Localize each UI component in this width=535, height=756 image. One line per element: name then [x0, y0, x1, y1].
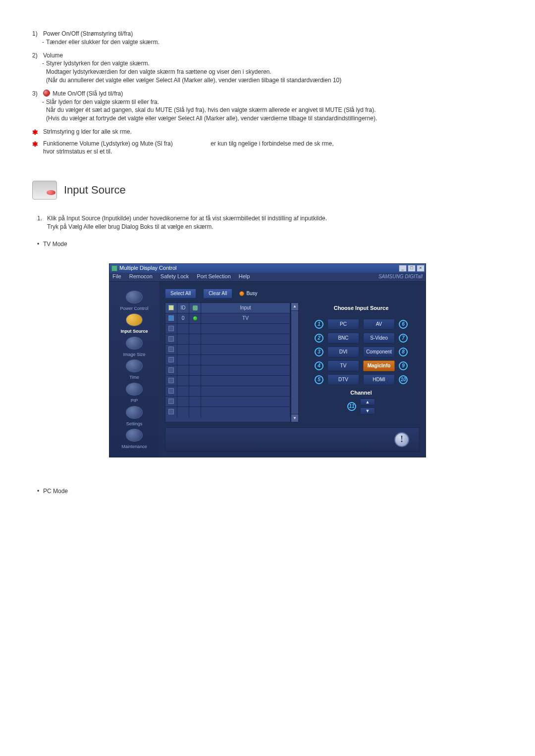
item-3-line2: Når du vælger ét sæt ad gangen, skal du …: [32, 106, 503, 114]
item-1-num: 1): [32, 30, 43, 38]
item-2-line3: (Når du annullerer det valgte eller vælg…: [32, 76, 503, 85]
table-row[interactable]: [165, 406, 290, 417]
minimize-button[interactable]: _: [399, 265, 407, 272]
row-checkbox[interactable]: [168, 336, 174, 342]
col-checkbox: ✓: [165, 303, 177, 313]
source-magicinfo-button[interactable]: MagicInfo: [363, 360, 395, 371]
channel-label: Channel: [305, 389, 418, 397]
step-1-line1: Klik på Input Source (Inputkilde) under …: [47, 214, 327, 223]
row-checkbox[interactable]: [168, 378, 174, 383]
menu-remocon[interactable]: Remocon: [129, 273, 153, 280]
item-3-num: 3): [32, 90, 43, 98]
scroll-down-button[interactable]: ▼: [291, 414, 298, 422]
row-checkbox[interactable]: [168, 388, 174, 394]
checkbox-icon[interactable]: ✓: [168, 305, 174, 310]
pc-mode-bullet: • PC Mode: [37, 487, 503, 496]
source-component-button[interactable]: Component: [363, 347, 395, 357]
item-1: 1) Power On/Off (Strømstyring til/fra) -…: [32, 30, 503, 47]
sidebar-item-settings[interactable]: Settings: [112, 406, 156, 427]
source-dvi-button[interactable]: DVI: [327, 347, 359, 357]
row-checkbox[interactable]: [168, 326, 174, 331]
menu-port-selection[interactable]: Port Selection: [197, 273, 230, 280]
busy-dot-icon: [239, 291, 244, 296]
pc-mode-text: PC Mode: [43, 487, 68, 496]
table-row[interactable]: [165, 375, 290, 386]
status-dot-icon: [193, 316, 198, 321]
sidebar-item-input-source[interactable]: Input Source: [112, 313, 156, 335]
image-size-icon: [126, 337, 143, 350]
app-icon: [111, 265, 117, 271]
table-row[interactable]: [165, 323, 290, 334]
close-button[interactable]: ×: [417, 265, 425, 272]
callout-8: 8: [399, 348, 408, 356]
sidebar-label: Image Size: [112, 352, 156, 358]
sidebar-item-pip[interactable]: PIP: [112, 383, 156, 404]
app-window: Multiple Display Control _ □ × File Remo…: [109, 263, 426, 457]
info-icon[interactable]: !: [394, 432, 409, 447]
source-tv-button[interactable]: TV: [327, 360, 359, 371]
source-av-button[interactable]: AV: [363, 319, 395, 330]
row-checkbox[interactable]: [168, 399, 174, 404]
item-1-line1: Tænder eller slukker for den valgte skær…: [46, 39, 160, 46]
row-checkbox[interactable]: [168, 347, 174, 352]
sidebar-item-time[interactable]: Time: [112, 359, 156, 381]
channel-up-button[interactable]: ▲: [360, 399, 375, 405]
scroll-up-button[interactable]: ▲: [291, 303, 298, 311]
mute-icon: [43, 90, 50, 97]
table-row[interactable]: [165, 386, 290, 396]
toolbar: Select All Clear All Busy: [165, 289, 420, 299]
row-checkbox[interactable]: [168, 315, 174, 321]
menu-help[interactable]: Help: [239, 273, 250, 280]
callout-10: 10: [399, 375, 408, 384]
busy-label: Busy: [246, 290, 257, 297]
sidebar-label: Maintenance: [112, 444, 156, 450]
item-2-title: Volume: [43, 51, 503, 60]
row-checkbox[interactable]: [168, 367, 174, 373]
menu-file[interactable]: File: [112, 273, 121, 280]
source-svideo-button[interactable]: S-Video: [363, 333, 395, 344]
col-status: [189, 303, 201, 313]
table-row[interactable]: [165, 334, 290, 344]
row-checkbox[interactable]: [168, 357, 174, 362]
callout-6: 6: [399, 320, 408, 329]
step-1-line2: Tryk på Vælg Alle eller brug Dialog Boks…: [47, 223, 327, 231]
table-row[interactable]: [165, 365, 290, 375]
channel-down-button[interactable]: ▼: [360, 407, 375, 414]
tv-mode-bullet: • TV Mode: [37, 240, 503, 249]
item-3: 3) Mute On/Off (Slå lyd til/fra) -Slår l…: [32, 90, 503, 123]
select-all-button[interactable]: Select All: [165, 289, 196, 299]
input-source-icon: [126, 313, 143, 326]
note2-part-a: Funktionerne Volume (Lydstyrke) og Mute …: [43, 140, 173, 147]
step-1: 1. Klik på Input Source (Inputkilde) und…: [37, 214, 503, 231]
star-icon: ✱: [32, 128, 43, 138]
row-checkbox[interactable]: [168, 409, 174, 414]
sidebar-item-image-size[interactable]: Image Size: [112, 337, 156, 358]
busy-indicator: Busy: [239, 290, 257, 297]
settings-icon: [126, 406, 143, 419]
row-input: TV: [201, 313, 290, 323]
titlebar[interactable]: Multiple Display Control _ □ ×: [109, 264, 426, 273]
item-2: 2) Volume -Styrer lydstyrken for den val…: [32, 51, 503, 85]
callout-3: 3: [315, 348, 323, 356]
status-bar: !: [165, 427, 420, 452]
menu-safety-lock[interactable]: Safety Lock: [160, 273, 189, 280]
table-scrollbar[interactable]: ▲ ▼: [291, 302, 299, 422]
source-pc-button[interactable]: PC: [327, 319, 359, 330]
maximize-button[interactable]: □: [408, 265, 416, 272]
note2-part-c: hvor strlmstatus er sl et til.: [43, 148, 112, 155]
note2-part-b: er kun tilg ngelige i forbindelse med de…: [211, 140, 333, 147]
table-row[interactable]: [165, 396, 290, 406]
table-row[interactable]: [165, 354, 290, 365]
table-row[interactable]: [165, 344, 290, 354]
source-dtv-button[interactable]: DTV: [327, 374, 359, 385]
sidebar-item-maintenance[interactable]: Maintenance: [112, 429, 156, 450]
table-row[interactable]: 0 TV: [165, 313, 290, 323]
clear-all-button[interactable]: Clear All: [203, 289, 232, 299]
sidebar: Power Control Input Source Image Size Ti…: [109, 282, 159, 457]
source-bnc-button[interactable]: BNC: [327, 333, 359, 344]
sidebar-label: Settings: [112, 421, 156, 427]
callout-11: 11: [347, 402, 356, 411]
source-hdmi-button[interactable]: HDMI: [363, 374, 395, 385]
sidebar-item-power-control[interactable]: Power Control: [112, 291, 156, 312]
callout-7: 7: [399, 334, 408, 343]
